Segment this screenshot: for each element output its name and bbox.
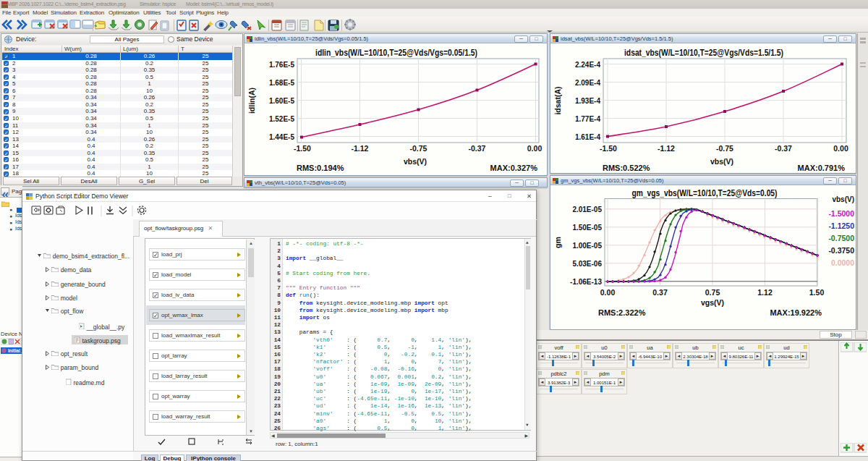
svg-text:-1.50: -1.50 (600, 144, 617, 153)
svg-text:MAX:19.922%: MAX:19.922% (770, 308, 822, 317)
svg-text:1.60E-5: 1.60E-5 (269, 97, 294, 105)
svg-text:1.52E-5: 1.52E-5 (269, 115, 294, 123)
svg-text:5.03E-06: 5.03E-06 (572, 260, 602, 268)
svg-text:0.00: 0.00 (527, 144, 542, 153)
svg-text:-1.5000: -1.5000 (828, 209, 854, 218)
svg-text:2.24E-4: 2.24E-4 (575, 61, 600, 69)
svg-text:RMS:0.194%: RMS:0.194% (297, 164, 344, 172)
svg-text:idsat_vbs(W/L=10/10,T=25@Vgs/V: idsat_vbs(W/L=10/10,T=25@Vgs/Vds=1.5/1.5… (624, 47, 783, 58)
svg-text:-0.75: -0.75 (410, 144, 427, 153)
svg-text:RMS:2.322%: RMS:2.322% (598, 308, 646, 317)
svg-text:idsat(A): idsat(A) (553, 86, 562, 114)
svg-text:1.50E-05: 1.50E-05 (572, 224, 602, 232)
svg-text:-0.37: -0.37 (469, 144, 486, 153)
svg-text:-0.7500: -0.7500 (828, 234, 854, 242)
svg-text:-1.12: -1.12 (352, 144, 369, 153)
svg-text:1.61E-4: 1.61E-4 (575, 133, 600, 141)
svg-text:-0.3750: -0.3750 (828, 246, 854, 255)
svg-text:1.44E-5: 1.44E-5 (269, 133, 294, 141)
svg-text:-0.75: -0.75 (716, 144, 733, 153)
svg-text:1.77E-4: 1.77E-4 (575, 115, 600, 123)
svg-text:1.12: 1.12 (757, 288, 773, 297)
svg-text:-1.12: -1.12 (658, 144, 675, 153)
svg-text:vbs(V): vbs(V) (832, 195, 854, 203)
svg-text:1.00E-05: 1.00E-05 (572, 242, 602, 250)
svg-text:-1.1250: -1.1250 (828, 221, 854, 230)
svg-text:0.0000: 0.0000 (831, 258, 854, 267)
svg-text:1.68E-5: 1.68E-5 (269, 79, 294, 87)
svg-text:1.50: 1.50 (809, 288, 825, 297)
svg-text:vgs(V): vgs(V) (701, 298, 724, 307)
svg-text:-1.06E-13: -1.06E-13 (570, 278, 602, 286)
svg-text:RMS:0.522%: RMS:0.522% (603, 164, 650, 172)
svg-text:idlin(A): idlin(A) (247, 88, 256, 114)
svg-text:MAX:0.327%: MAX:0.327% (490, 164, 538, 172)
svg-text:gm_vgs_vbs(W/L=10/10,T=25@Vds=: gm_vgs_vbs(W/L=10/10,T=25@Vds=0.05) (632, 187, 778, 198)
svg-text:vbs(V): vbs(V) (404, 157, 427, 166)
svg-text:MAX:0.791%: MAX:0.791% (798, 164, 846, 172)
svg-text:0.00: 0.00 (833, 144, 848, 153)
svg-text:0.37: 0.37 (652, 288, 668, 297)
svg-text:gm: gm (553, 237, 562, 248)
svg-text:2.09E-4: 2.09E-4 (575, 79, 600, 87)
svg-text:vbs(V): vbs(V) (710, 157, 733, 166)
svg-text:1.76E-5: 1.76E-5 (269, 61, 294, 69)
svg-text:-1.50: -1.50 (294, 144, 311, 153)
svg-text:2.01E-05: 2.01E-05 (572, 206, 602, 213)
svg-text:1.93E-4: 1.93E-4 (575, 97, 600, 105)
svg-text:idlin_vbs(W/L=10/10,T=25@Vds/V: idlin_vbs(W/L=10/10,T=25@Vds/Vgs=0.05/1.… (315, 47, 477, 58)
svg-text:-0.37: -0.37 (775, 144, 792, 153)
svg-text:0.00: 0.00 (600, 288, 616, 297)
svg-text:0.75: 0.75 (705, 288, 720, 297)
